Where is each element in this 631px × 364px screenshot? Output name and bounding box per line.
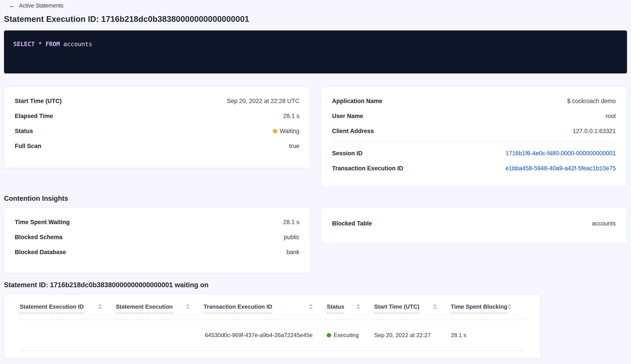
blocked-database-value: bank xyxy=(286,249,300,256)
column-header-status[interactable]: Status xyxy=(327,294,374,320)
breadcrumb: ← Active Statements xyxy=(9,0,627,9)
application-name-label: Application Name xyxy=(332,98,382,104)
status-text: Executing xyxy=(334,332,359,339)
execution-details-card: Start Time (UTC) Sep 20, 2022 at 22:28 U… xyxy=(4,87,310,168)
elapsed-time-value: 28.1 s xyxy=(283,113,300,120)
blocked-table-label: Blocked Table xyxy=(332,220,372,227)
blocked-table-card: Blocked Table accounts xyxy=(321,208,627,244)
user-name-label: User Name xyxy=(332,113,363,120)
kv-row-application-name: Application Name $ cockroach demo xyxy=(332,94,616,108)
start-time-value: Sep 20, 2022 at 22:28 UTC xyxy=(227,98,300,104)
status-label: Status xyxy=(15,128,33,134)
column-header-time-spent-blocking[interactable]: Time Spent Blocking xyxy=(451,294,525,320)
kv-row-blocked-schema: Blocked Schema public xyxy=(15,230,300,245)
kv-row-session-id: Session ID 1716b1f6-4e0c-f480-0000-00000… xyxy=(332,146,616,161)
column-header-transaction-execution-id[interactable]: Transaction Execution ID xyxy=(204,294,327,320)
table-row: 64530d0c-969f-437e-a9b4-26a72245e45e Exe… xyxy=(20,320,525,350)
card-divider xyxy=(332,142,616,142)
kv-row-status: Status Waiting xyxy=(15,124,300,138)
sort-icon[interactable] xyxy=(309,304,313,310)
session-id-label: Session ID xyxy=(332,150,362,157)
cell-statement-execution-id xyxy=(20,320,116,350)
full-scan-value: true xyxy=(289,143,300,150)
contention-grid: Time Spent Waiting 28.1 s Blocked Schema… xyxy=(4,208,627,273)
column-label: Start Time (UTC) xyxy=(374,303,420,313)
cell-start-time: Sep 20, 2022 at 22:27 xyxy=(374,320,451,350)
page-content: ← Active Statements Statement Execution … xyxy=(4,0,627,358)
status-value: Waiting xyxy=(273,128,300,134)
waiting-on-table-card: Statement Execution ID Statement Executi… xyxy=(4,294,540,358)
sql-keyword-select: SELECT xyxy=(13,40,35,48)
client-address-label: Client Address xyxy=(332,128,374,134)
kv-row-full-scan: Full Scan true xyxy=(15,138,300,154)
waiting-status-dot-icon xyxy=(273,129,277,133)
sql-statement-box: SELECT * FROM accounts xyxy=(4,30,627,74)
sort-icon[interactable] xyxy=(433,304,437,310)
column-header-statement-execution-id[interactable]: Statement Execution ID xyxy=(20,294,116,320)
transaction-execution-id-label: Transaction Execution ID xyxy=(332,165,403,172)
status-text: Waiting xyxy=(280,128,300,134)
page-title: Statement Execution ID: 1716b218dc0b3838… xyxy=(4,14,627,24)
sql-table-name: accounts xyxy=(60,40,92,48)
sql-keyword-from: FROM xyxy=(46,40,60,48)
application-name-value: $ cockroach demo xyxy=(567,98,616,104)
sort-icon[interactable] xyxy=(508,304,511,310)
session-details-card: Application Name $ cockroach demo User N… xyxy=(321,87,627,187)
time-spent-waiting-value: 28.1 s xyxy=(283,219,300,226)
waiting-on-table: Statement Execution ID Statement Executi… xyxy=(20,294,525,351)
sort-icon[interactable] xyxy=(356,304,360,310)
column-label: Time Spent Blocking xyxy=(451,303,508,313)
blocked-table-value: accounts xyxy=(592,220,616,227)
executing-status-dot-icon xyxy=(327,333,331,337)
blocked-schema-value: public xyxy=(284,234,300,241)
kv-row-client-address: Client Address 127.0.0.1:63321 xyxy=(332,124,616,138)
start-time-label: Start Time (UTC) xyxy=(15,98,62,104)
cell-status: Executing xyxy=(327,320,374,350)
column-label: Status xyxy=(327,303,344,313)
back-to-active-statements-link[interactable]: ← Active Statements xyxy=(9,2,63,9)
back-label: Active Statements xyxy=(19,2,63,9)
cell-transaction-execution-id: 64530d0c-969f-437e-a9b4-26a72245e45e xyxy=(204,320,327,350)
contention-insights-heading: Contention Insights xyxy=(4,194,627,202)
waiting-on-heading: Statement ID: 1716b218dc0b38380000000000… xyxy=(4,281,627,289)
kv-row-blocked-table: Blocked Table accounts xyxy=(332,216,616,231)
cell-time-spent-blocking: 28.1 s xyxy=(451,320,525,350)
column-header-statement-execution[interactable]: Statement Execution xyxy=(116,294,204,320)
client-address-value: 127.0.0.1:63321 xyxy=(573,128,616,134)
back-arrow-icon: ← xyxy=(9,2,16,9)
kv-row-transaction-execution-id: Transaction Execution ID e1bba458-5948-4… xyxy=(332,161,616,176)
transaction-execution-id-link[interactable]: e1bba458-5948-40a9-a42f-5feac1b10e75 xyxy=(506,165,616,172)
sql-star: * xyxy=(35,40,46,48)
elapsed-time-label: Elapsed Time xyxy=(15,113,53,120)
sort-icon[interactable] xyxy=(186,304,190,310)
kv-row-time-spent-waiting: Time Spent Waiting 28.1 s xyxy=(15,215,300,230)
kv-row-elapsed-time: Elapsed Time 28.1 s xyxy=(15,108,300,124)
user-name-value: root xyxy=(606,113,616,120)
contention-details-card: Time Spent Waiting 28.1 s Blocked Schema… xyxy=(4,208,310,273)
table-header-row: Statement Execution ID Statement Executi… xyxy=(20,294,525,320)
time-spent-waiting-label: Time Spent Waiting xyxy=(15,219,70,226)
details-grid: Start Time (UTC) Sep 20, 2022 at 22:28 U… xyxy=(4,87,627,187)
column-header-start-time[interactable]: Start Time (UTC) xyxy=(374,294,451,320)
column-label: Statement Execution ID xyxy=(20,303,84,313)
kv-row-user-name: User Name root xyxy=(332,108,616,124)
kv-row-start-time: Start Time (UTC) Sep 20, 2022 at 22:28 U… xyxy=(15,94,300,108)
blocked-database-label: Blocked Database xyxy=(15,249,66,256)
kv-row-blocked-database: Blocked Database bank xyxy=(15,245,300,260)
session-id-link[interactable]: 1716b1f6-4e0c-f480-0000-000000000001 xyxy=(506,150,616,157)
cell-statement-execution xyxy=(116,320,204,350)
full-scan-label: Full Scan xyxy=(15,143,41,150)
column-label: Statement Execution xyxy=(116,303,172,313)
sort-icon[interactable] xyxy=(98,304,102,310)
blocked-schema-label: Blocked Schema xyxy=(15,234,62,241)
column-label: Transaction Execution ID xyxy=(204,303,272,313)
